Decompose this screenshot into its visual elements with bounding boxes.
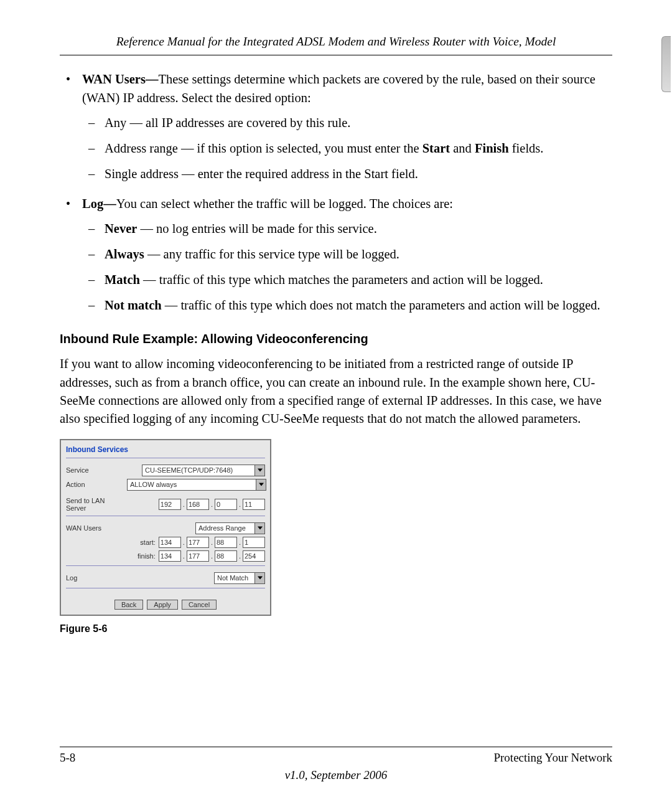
svg-marker-2 xyxy=(258,527,263,530)
log-match-b: Match xyxy=(105,273,140,286)
wan-range-mid: and xyxy=(450,141,475,155)
log-select-value: Not Match xyxy=(215,574,254,582)
log-never-b: Never xyxy=(105,222,137,235)
log-bold: Log— xyxy=(82,197,116,210)
log-always-rest: — any traffic for this service type will… xyxy=(144,247,399,261)
panel-divider-3 xyxy=(66,565,265,566)
log-notmatch-b: Not match xyxy=(105,298,162,312)
log-never-rest: — no log entries will be made for this s… xyxy=(137,222,376,235)
back-button[interactable]: Back xyxy=(114,600,143,610)
svg-marker-1 xyxy=(259,483,264,486)
log-text: You can select whether the traffic will … xyxy=(116,197,453,210)
finish-ip-4[interactable]: 254 xyxy=(243,550,265,562)
wan-range-start: Start xyxy=(422,141,450,155)
dot: . xyxy=(183,501,185,508)
footer-version: v1.0, September 2006 xyxy=(60,768,612,782)
finish-ip-1[interactable]: 134 xyxy=(159,550,181,562)
label-send-to: Send to LAN Server xyxy=(66,497,123,512)
chevron-down-icon xyxy=(254,523,264,534)
log-notmatch-rest: — traffic of this type which does not ma… xyxy=(162,298,600,312)
action-select[interactable]: ALLOW always xyxy=(127,479,266,491)
finish-ip-3[interactable]: 88 xyxy=(215,550,237,562)
header-rule xyxy=(60,55,612,55)
chevron-down-icon xyxy=(256,479,266,490)
bullet-wan-users: WAN Users—These settings determine which… xyxy=(60,70,612,184)
label-action: Action xyxy=(66,481,123,488)
start-ip-1[interactable]: 134 xyxy=(159,537,181,548)
dot: . xyxy=(239,552,241,560)
panel-title: Inbound Services xyxy=(61,440,270,455)
finish-prefix: finish: xyxy=(138,552,156,560)
wan-range-pre: Address range — if this option is select… xyxy=(105,141,422,155)
wan-users-bold: WAN Users— xyxy=(82,72,158,86)
log-always-b: Always xyxy=(105,247,144,261)
svg-marker-3 xyxy=(258,577,263,580)
service-select-value: CU-SEEME(TCP/UDP:7648) xyxy=(142,466,254,474)
section-heading: Inbound Rule Example: Allowing Videoconf… xyxy=(60,332,612,346)
figure-caption: Figure 5-6 xyxy=(60,623,612,635)
wan-range-finish: Finish xyxy=(475,141,509,155)
bullet-log: Log—You can select whether the traffic w… xyxy=(60,195,612,315)
wan-users-select[interactable]: Address Range xyxy=(195,522,265,534)
log-match: Match — traffic of this type which match… xyxy=(82,270,612,290)
start-prefix: start: xyxy=(140,539,155,546)
finish-ip-2[interactable]: 177 xyxy=(187,550,209,562)
footer-rule xyxy=(60,747,612,747)
dot: . xyxy=(183,539,185,546)
wan-range-post: fields. xyxy=(509,141,544,155)
log-always: Always — any traffic for this service ty… xyxy=(82,245,612,264)
footer-chapter: Protecting Your Network xyxy=(493,751,612,765)
dot: . xyxy=(211,552,213,560)
dot: . xyxy=(211,501,213,508)
chevron-down-icon xyxy=(254,573,264,583)
action-select-value: ALLOW always xyxy=(128,481,256,488)
wan-single: Single address — enter the required addr… xyxy=(82,164,612,184)
dot: . xyxy=(239,539,241,546)
log-notmatch: Not match — traffic of this type which d… xyxy=(82,296,612,315)
lan-ip-4[interactable]: 11 xyxy=(243,499,265,510)
start-ip-4[interactable]: 1 xyxy=(243,537,265,548)
cancel-button[interactable]: Cancel xyxy=(182,600,217,610)
apply-button[interactable]: Apply xyxy=(147,600,178,610)
body-paragraph: If you want to allow incoming videoconfe… xyxy=(60,355,612,427)
start-ip-3[interactable]: 88 xyxy=(215,537,237,548)
log-match-rest: — traffic of this type which matches the… xyxy=(140,273,543,286)
page-side-tab xyxy=(661,36,671,92)
wan-users-text: These settings determine which packets a… xyxy=(82,72,595,105)
label-wan-users: WAN Users xyxy=(66,524,123,532)
wan-users-select-value: Address Range xyxy=(196,524,254,532)
log-select[interactable]: Not Match xyxy=(214,572,265,584)
label-service: Service xyxy=(66,466,123,474)
inbound-services-panel: Inbound Services Service CU-SEEME(TCP/UD… xyxy=(60,439,271,616)
wan-range: Address range — if this option is select… xyxy=(82,139,612,158)
lan-ip-2[interactable]: 168 xyxy=(187,499,209,510)
dot: . xyxy=(183,552,185,560)
dot: . xyxy=(239,501,241,508)
chevron-down-icon xyxy=(254,465,264,476)
panel-divider-4 xyxy=(66,588,265,588)
lan-ip-3[interactable]: 0 xyxy=(215,499,237,510)
wan-any: Any — all IP addresses are covered by th… xyxy=(82,113,612,133)
lan-ip-1[interactable]: 192 xyxy=(159,499,181,510)
footer-page: 5-8 xyxy=(60,751,75,765)
dot: . xyxy=(211,539,213,546)
start-ip-2[interactable]: 177 xyxy=(187,537,209,548)
svg-marker-0 xyxy=(258,469,263,472)
label-log: Log xyxy=(66,574,123,582)
panel-divider-1 xyxy=(66,458,265,458)
service-select[interactable]: CU-SEEME(TCP/UDP:7648) xyxy=(142,465,265,476)
running-header: Reference Manual for the Integrated ADSL… xyxy=(60,35,612,49)
panel-divider-2 xyxy=(66,516,265,516)
log-never: Never — no log entries will be made for … xyxy=(82,219,612,238)
